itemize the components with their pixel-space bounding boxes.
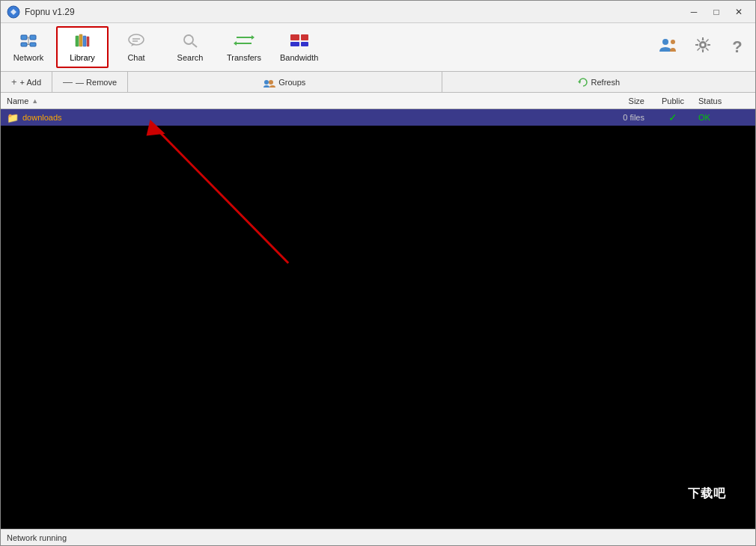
row-status: OK <box>695 113 755 122</box>
close-button[interactable]: ✕ <box>728 4 749 19</box>
svg-rect-24 <box>301 34 308 40</box>
transfers-icon <box>234 33 254 51</box>
svg-rect-22 <box>290 34 299 40</box>
groups-icon <box>263 76 275 88</box>
settings-button[interactable] <box>686 26 719 68</box>
refresh-icon <box>578 76 588 88</box>
help-button[interactable]: ? <box>721 26 754 68</box>
refresh-button[interactable]: Refresh <box>573 75 625 90</box>
add-button[interactable]: + + Add <box>7 75 46 89</box>
groups-button[interactable]: Groups <box>259 75 310 89</box>
svg-rect-23 <box>290 42 299 46</box>
row-size: 0 files <box>591 113 650 122</box>
network-button[interactable]: Network <box>2 26 55 68</box>
public-column-header: Public <box>650 96 695 105</box>
library-label: Library <box>70 53 95 62</box>
svg-line-37 <box>698 48 701 51</box>
table-row[interactable]: 📁 downloads 0 files ✓ OK <box>1 109 755 126</box>
public-col-label: Public <box>662 96 684 105</box>
title-bar-left: Fopnu v1.29 <box>7 5 75 19</box>
remove-button[interactable]: — — Remove <box>58 75 121 89</box>
bandwidth-icon <box>289 33 310 51</box>
row-size-text: 0 files <box>623 113 644 122</box>
svg-line-34 <box>698 40 701 43</box>
status-bar: Network running <box>1 529 755 545</box>
column-headers: Name ▲ Size Public Status <box>1 93 755 109</box>
add-section: + + Add <box>1 72 52 92</box>
users-icon <box>658 37 679 58</box>
remove-section: — — Remove <box>52 72 128 92</box>
minimize-button[interactable]: ─ <box>683 4 704 19</box>
svg-point-29 <box>701 43 705 47</box>
toolbar: Network Library <box>1 23 755 72</box>
svg-line-36 <box>706 40 709 43</box>
row-name: 📁 downloads <box>1 112 591 123</box>
row-name-text: downloads <box>22 113 62 122</box>
svg-rect-4 <box>30 43 36 46</box>
help-icon: ? <box>732 37 742 57</box>
title-bar-controls: ─ □ ✕ <box>683 4 749 19</box>
search-icon <box>181 33 199 51</box>
library-button[interactable]: Library <box>56 26 109 68</box>
bandwidth-button[interactable]: Bandwidth <box>272 26 326 68</box>
svg-rect-1 <box>21 35 27 40</box>
table-body: 📁 downloads 0 files ✓ OK <box>1 109 755 529</box>
svg-rect-3 <box>21 43 27 46</box>
svg-marker-40 <box>578 81 581 84</box>
status-column-header: Status <box>695 96 755 105</box>
svg-rect-9 <box>79 34 82 46</box>
svg-rect-10 <box>83 36 86 46</box>
chat-icon <box>127 33 145 51</box>
size-col-label: Size <box>629 96 644 105</box>
svg-point-38 <box>264 80 269 85</box>
search-button[interactable]: Search <box>164 26 216 68</box>
svg-point-12 <box>129 34 144 45</box>
network-label: Network <box>13 53 43 62</box>
svg-marker-19 <box>252 35 254 40</box>
name-col-label: Name <box>7 96 28 105</box>
remove-label: — Remove <box>76 78 117 87</box>
title-bar: Fopnu v1.29 ─ □ ✕ <box>1 1 755 23</box>
add-label: + Add <box>20 78 41 87</box>
refresh-section: Refresh <box>442 72 755 92</box>
svg-point-26 <box>662 39 668 45</box>
arrow-annotation <box>1 109 755 529</box>
app-window: Fopnu v1.29 ─ □ ✕ Network <box>0 0 756 546</box>
status-text: Network running <box>7 533 67 542</box>
app-icon <box>7 5 20 19</box>
transfers-label: Transfers <box>227 53 261 62</box>
bandwidth-label: Bandwidth <box>280 53 318 62</box>
status-col-label: Status <box>698 96 722 105</box>
chat-button[interactable]: Chat <box>110 26 162 68</box>
folder-icon: 📁 <box>7 112 19 123</box>
watermark-text: 下载吧 <box>688 486 726 502</box>
refresh-label: Refresh <box>591 78 621 87</box>
svg-line-35 <box>706 48 709 51</box>
public-check-icon: ✓ <box>668 111 677 123</box>
svg-rect-25 <box>301 42 308 46</box>
chat-label: Chat <box>127 53 144 62</box>
app-title: Fopnu v1.29 <box>25 7 75 17</box>
groups-section: Groups <box>128 72 442 92</box>
maximize-button[interactable]: □ <box>706 4 727 19</box>
svg-line-41 <box>158 130 289 263</box>
transfers-button[interactable]: Transfers <box>218 26 270 68</box>
svg-line-17 <box>192 43 197 47</box>
network-icon <box>19 33 37 51</box>
svg-rect-8 <box>76 36 79 46</box>
sub-toolbar: + + Add — — Remove Groups <box>1 72 755 93</box>
add-icon: + <box>11 76 17 88</box>
row-status-text: OK <box>698 113 710 122</box>
svg-point-27 <box>671 40 675 44</box>
svg-marker-21 <box>234 41 237 46</box>
content-area: Name ▲ Size Public Status 📁 downloads <box>1 93 755 529</box>
users-button[interactable] <box>652 26 685 68</box>
library-icon <box>73 33 91 51</box>
sort-icon: ▲ <box>31 97 38 105</box>
row-public: ✓ <box>650 111 695 123</box>
groups-label: Groups <box>278 78 305 87</box>
size-column-header: Size <box>591 96 650 105</box>
watermark: 下载吧 <box>658 475 755 512</box>
gear-icon <box>695 37 711 58</box>
search-label: Search <box>177 53 204 62</box>
